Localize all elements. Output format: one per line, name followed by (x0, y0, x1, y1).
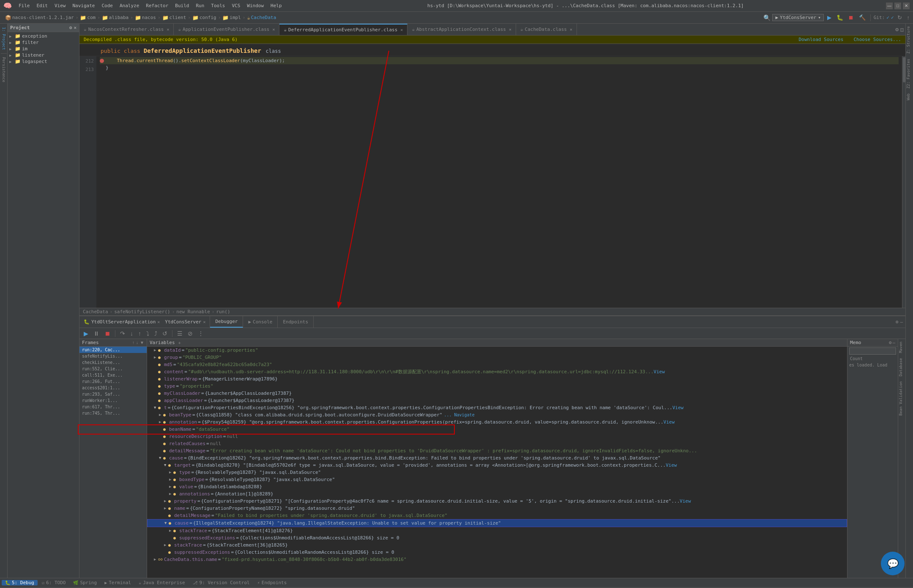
memo-gear-icon[interactable]: ⚙ (889, 340, 892, 345)
menu-refactor[interactable]: Refactor (142, 2, 172, 9)
memo-close-icon[interactable]: — (892, 340, 895, 345)
bc-runnable[interactable]: new Runnable (176, 309, 210, 315)
stop-button[interactable]: ⏹ (847, 14, 856, 21)
var-stacktrace2[interactable]: ▶ ● stackTrace = {StackTraceElement[36]@… (147, 542, 847, 549)
search-icon[interactable]: 🔍 (763, 14, 771, 21)
git-update-button[interactable]: ↻ (896, 14, 904, 21)
maven-tab[interactable]: Maven (898, 339, 905, 356)
view-target-link[interactable]: View (666, 462, 677, 468)
bottom-tab-endpoints[interactable]: ⚡ Endpoints (254, 580, 290, 585)
menu-analyze[interactable]: Analyze (116, 2, 142, 9)
var-stacktrace1[interactable]: ▶ ● stackTrace = {StackTraceElement[41]@… (147, 527, 847, 534)
nav-alibaba[interactable]: alibaba (109, 15, 128, 20)
menu-code[interactable]: Code (98, 2, 116, 9)
var-name[interactable]: ▶ ● name = {ConfigurationPropertyName@18… (147, 505, 847, 512)
nav-nacos[interactable]: nacos (142, 15, 156, 20)
var-dataid[interactable]: ▶ ● dataId = "public-config.properties" (147, 347, 847, 354)
menu-build[interactable]: Build (172, 2, 192, 9)
frames-up-button[interactable]: ↑ (132, 340, 134, 345)
navigate-link[interactable]: ... Navigate (444, 412, 474, 418)
frame-item-1[interactable]: safeNotifyLis... (79, 353, 147, 359)
tree-item-listener[interactable]: ▶ 📁 listener (8, 52, 79, 58)
nav-impl[interactable]: impl (230, 15, 241, 20)
bottom-tab-debug[interactable]: 🐛 5: Debug (2, 580, 38, 585)
var-suppressed2[interactable]: ▶ ● suppressedExceptions = {Collections$… (147, 549, 847, 556)
var-value[interactable]: ▶ ● value = {Bindable$lambda@18288} (147, 483, 847, 490)
nav-config[interactable]: config (200, 15, 216, 20)
nav-jar[interactable]: nacos-client-1.2.1.jar (12, 15, 74, 20)
step-out-button[interactable]: ↑ (137, 330, 143, 337)
view-annotation-link[interactable]: View (664, 419, 675, 425)
nav-client[interactable]: client (169, 15, 186, 20)
nav-com[interactable]: com (87, 15, 96, 20)
debug-session-2[interactable]: YtdConsServer (165, 319, 201, 325)
menu-view[interactable]: View (51, 2, 69, 9)
tab-close-icon-5[interactable]: ✕ (570, 27, 572, 32)
persistence-tab[interactable]: Persistence (1, 55, 6, 84)
editor-scrollbar[interactable] (902, 56, 905, 308)
debug-session2-close[interactable]: ✕ (203, 320, 205, 324)
debug-session-close[interactable]: ✕ (157, 320, 160, 324)
resume-button[interactable]: ▶ (82, 330, 90, 337)
breakpoints-button[interactable]: ☰ (175, 330, 184, 337)
debug-tab-console[interactable]: ▶ Console (243, 316, 278, 328)
bc-run[interactable]: run() (216, 309, 230, 315)
project-gear-icon[interactable]: ⚙ (69, 25, 72, 30)
view-property-link[interactable]: View (680, 498, 691, 504)
var-beantype[interactable]: ▶ ● beanType = {Class@11858} "class com.… (147, 411, 847, 418)
var-cachedata-name[interactable]: ▶ oo CacheData.this.name = "fixed-prd.hs… (147, 556, 847, 563)
project-tab[interactable]: 1: Project (1, 25, 6, 52)
scrollbar-thumb[interactable] (903, 57, 905, 82)
debug-settings-icon[interactable]: ⚙ (896, 319, 899, 325)
bottom-tab-spring[interactable]: 🌿 Spring (70, 580, 100, 585)
bottom-tab-version-control[interactable]: ⎇ 9: Version Control (189, 580, 253, 585)
var-myclassloader[interactable]: ▶ ● myClassLoader = {Launcher$AppClassLo… (147, 390, 847, 397)
web-tab[interactable]: Web (906, 91, 913, 103)
menu-edit[interactable]: Edit (33, 2, 52, 9)
var-cause-illegalstate[interactable]: ▼ ● cause = {IllegalStateException@18274… (147, 519, 847, 527)
frame-item-4[interactable]: call:511, Exe... (79, 372, 147, 378)
tab-deferredapplicationeventpublisher[interactable]: ☕ DeferredApplicationEventPublisher.clas… (279, 24, 407, 35)
run-to-cursor-button[interactable]: ⤴ (153, 330, 159, 337)
frame-item-7[interactable]: run:293, Saf... (79, 391, 147, 397)
menu-vcs[interactable]: VCS (228, 2, 243, 9)
tab-close-icon-3[interactable]: ✕ (400, 27, 403, 32)
tree-item-logaspect[interactable]: ▶ 📁 logaspect (8, 58, 79, 65)
server-selector[interactable]: ▶ YtdConsServer ▾ (772, 14, 823, 21)
stop-debug-button[interactable]: ⏹ (103, 330, 112, 337)
var-cause1[interactable]: ▼ ● cause = {BindException@18262} "org.s… (147, 454, 847, 462)
menu-window[interactable]: Window (243, 2, 267, 9)
nav-cachedata[interactable]: CacheData (251, 15, 276, 20)
tab-gear-icon[interactable]: ⚙ (895, 26, 899, 33)
tab-close-icon-2[interactable]: ✕ (272, 27, 275, 32)
download-sources-link[interactable]: Download Sources (798, 37, 843, 42)
frame-item-0[interactable]: run:220, Cac... (79, 347, 147, 353)
close-button[interactable]: ✕ (903, 3, 910, 9)
debug-run-button[interactable]: 🐛 (835, 14, 845, 21)
tab-nacoscontextrefresher[interactable]: ☕ NacosContextRefresher.class ✕ (79, 24, 174, 35)
bean-validation-tab[interactable]: Bean Validation (898, 379, 905, 418)
frame-item-5[interactable]: run:266, Fut... (79, 378, 147, 385)
menu-run[interactable]: Run (192, 2, 208, 9)
frame-item-8[interactable]: runWorker:1... (79, 397, 147, 404)
var-type[interactable]: ▶ ● type = "properties" (147, 383, 847, 390)
tree-item-exception[interactable]: ▶ 📁 exception (8, 33, 79, 39)
force-step-button[interactable]: ⤵ (145, 330, 151, 337)
bc-cachedata[interactable]: CacheData (83, 309, 108, 315)
bc-safenotify[interactable]: safeNotifyListener() (114, 309, 170, 315)
debug-session-1[interactable]: YtdOltServerApplication (91, 319, 156, 325)
frame-item-10[interactable]: run:745, Thr... (79, 410, 147, 416)
var-target-type[interactable]: ▶ ● type = {ResolvableType@18287} "javax… (147, 469, 847, 476)
var-md5[interactable]: ▶ ● md5 = "435cafa92e8b82fea622bc65a0dc7… (147, 361, 847, 368)
debug-tab-debugger[interactable]: Debugger (210, 316, 243, 328)
bottom-tab-java-enterprise[interactable]: ☕ Java Enterprise (135, 580, 188, 585)
var-boxedtype[interactable]: ▶ ● boxedType = {ResolvableType@18287} "… (147, 476, 847, 483)
tree-item-filter[interactable]: ▶ 📁 filter (8, 39, 79, 46)
choose-sources-link[interactable]: Choose Sources... (853, 37, 901, 42)
maximize-button[interactable]: □ (894, 3, 901, 9)
menu-help[interactable]: Help (267, 2, 285, 9)
memo-search-input[interactable] (849, 347, 896, 355)
view-t-link[interactable]: View (672, 405, 684, 411)
add-variable-button[interactable]: + (178, 340, 181, 345)
frames-down-button[interactable]: ↓ (136, 340, 138, 345)
